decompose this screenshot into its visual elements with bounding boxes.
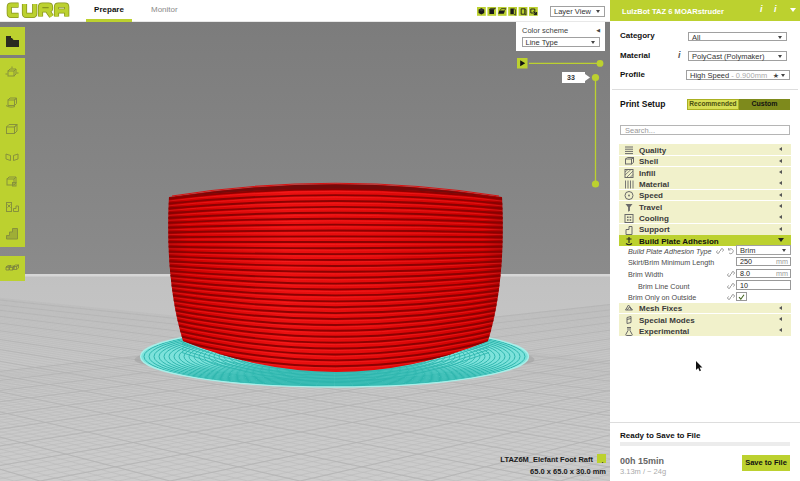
svg-text:33: 33	[567, 74, 575, 81]
